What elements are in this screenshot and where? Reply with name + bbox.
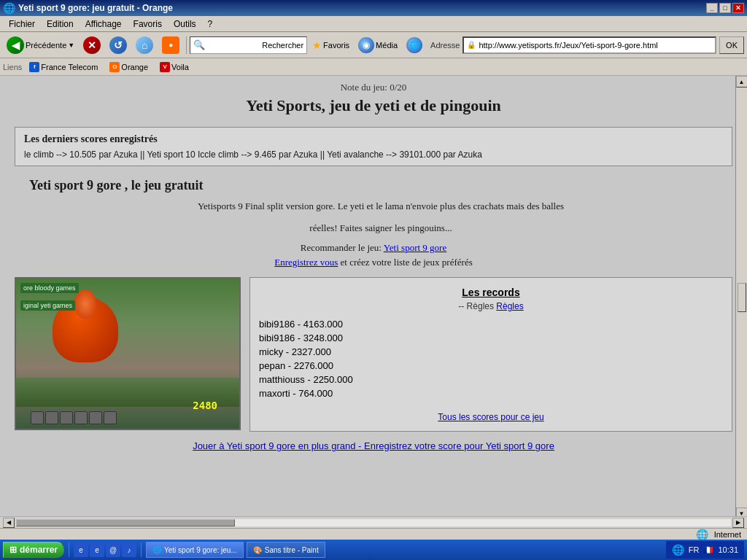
globe-button[interactable]: 🌐 <box>403 35 426 55</box>
game-controls <box>31 411 117 424</box>
horizontal-scrollbar[interactable]: ◀ ▶ <box>0 516 747 528</box>
start-button[interactable]: ⊞ démarrer <box>3 542 64 558</box>
page-note: Note du jeu: 0/20 <box>15 82 732 93</box>
scroll-up-arrow[interactable]: ▲ <box>736 76 748 88</box>
menu-help[interactable]: ? <box>202 18 219 31</box>
quick-launch-sep <box>141 542 142 557</box>
recommend-label: Recommander le jeu: <box>301 242 384 253</box>
menu-favoris[interactable]: Favoris <box>128 18 168 31</box>
address-box[interactable]: 🔒 http://www.yetisports.fr/Jeux/Yeti-spo… <box>462 36 716 54</box>
maximize-button[interactable]: □ <box>719 3 731 13</box>
refresh-button[interactable]: ⌂ <box>132 35 157 55</box>
game-screenshot: ore bloody games iginal yeti games 2480 <box>15 277 241 430</box>
page-content: Note du jeu: 0/20 Yeti Sports, jeu de ye… <box>0 76 747 519</box>
ctrl-btn-6 <box>104 411 117 424</box>
menu-outils[interactable]: Outils <box>168 18 202 31</box>
link-voila[interactable]: V Voila <box>155 61 193 74</box>
game-desc-1: Yetisports 9 Final split version gore. L… <box>29 199 732 214</box>
taskbar-btn-paint[interactable]: 🎨 Sans titre - Paint <box>247 542 325 558</box>
media-quick-icon[interactable]: ♪ <box>122 542 136 557</box>
scrollbar-right[interactable]: ▲ ▼ <box>735 76 747 519</box>
browser-content: Note du jeu: 0/20 Yeti Sports, jeu de ye… <box>0 76 747 519</box>
menu-affichage[interactable]: Affichage <box>80 18 128 31</box>
internet-label: Internet <box>714 530 741 539</box>
menu-bar: Fichier Edition Affichage Favoris Outils… <box>0 16 747 32</box>
record-item-4: pepan - 2276.000 <box>259 359 723 373</box>
link-orange[interactable]: O Orange <box>105 61 152 74</box>
home-button[interactable]: ● <box>158 35 183 55</box>
address-text: http://www.yetisports.fr/Jeux/Yeti-sport… <box>479 41 657 50</box>
ctrl-btn-2 <box>45 411 58 424</box>
title-bar: 🌐 Yeti sport 9 gore: jeu gratuit - Orang… <box>0 0 747 16</box>
forward-button[interactable]: ✕ <box>80 35 104 55</box>
page-title: Yeti Sports, jeu de yeti et de pingouin <box>15 96 732 115</box>
back-dropdown[interactable]: ▼ <box>68 42 74 49</box>
h-scroll-track[interactable] <box>16 519 731 526</box>
network-icon: 🌐 <box>696 529 708 540</box>
records-box: Les records -- Règles Règles bibi9186 - … <box>249 277 732 432</box>
browser-icon: 🌐 <box>3 2 15 14</box>
link-france-telecom[interactable]: f France Telecom <box>25 61 102 74</box>
scroll-left-arrow[interactable]: ◀ <box>3 518 15 528</box>
recommend-link[interactable]: Yeti sport 9 gore <box>384 242 446 253</box>
ok-button[interactable]: OK <box>719 36 744 54</box>
ie-quick-icon[interactable]: e <box>74 542 88 557</box>
back-button[interactable]: ◀ Précédente ▼ <box>3 35 78 55</box>
links-bar: Liens f France Telecom O Orange V Voila <box>0 58 747 76</box>
search-area[interactable]: 🔍 Rechercher <box>190 36 307 54</box>
bottom-link-text[interactable]: Jouer à Yeti sport 9 gore en plus grand … <box>193 440 554 451</box>
taskbar-browser-icon: 🌐 <box>152 546 161 554</box>
star-icon: ★ <box>312 39 322 51</box>
status-bar: 🌐 Internet <box>0 528 747 540</box>
game-label-mid: iginal yeti games <box>20 300 75 311</box>
search-input[interactable] <box>208 41 259 50</box>
menu-edition[interactable]: Edition <box>41 18 80 31</box>
taskbar-paint-icon: 🎨 <box>253 546 262 554</box>
toolbar: ◀ Précédente ▼ ✕ ↺ ⌂ ● 🔍 Rechercher ★ Fa… <box>0 32 747 58</box>
ctrl-btn-4 <box>74 411 88 424</box>
record-item-2: bibi9186 - 3248.000 <box>259 331 723 345</box>
record-item-1: bibi9186 - 4163.000 <box>259 317 723 331</box>
stop-button[interactable]: ↺ <box>106 35 131 55</box>
register-link[interactable]: Enregistrez vous <box>274 257 338 268</box>
menu-fichier[interactable]: Fichier <box>3 18 41 31</box>
game-area: ore bloody games iginal yeti games 2480 … <box>15 277 732 432</box>
address-bar-area: Adresse 🔒 http://www.yetisports.fr/Jeux/… <box>430 36 744 54</box>
all-scores-link[interactable]: Tous les scores pour ce jeu <box>438 412 543 422</box>
records-all: Tous les scores pour ce jeu <box>259 412 723 422</box>
forward-icon: ✕ <box>83 36 101 54</box>
title-bar-text: Yeti sport 9 gore: jeu gratuit - Orange <box>18 3 173 13</box>
ctrl-btn-1 <box>31 411 44 424</box>
taskbar-flag: 🇫🇷 <box>703 545 713 555</box>
record-item-5: matthiouss - 2250.000 <box>259 373 723 386</box>
media-button[interactable]: ◉ Média <box>355 35 401 55</box>
ie2-quick-icon[interactable]: e <box>90 542 104 557</box>
game-section: Yeti sport 9 gore , le jeu gratuit Yetis… <box>15 178 732 235</box>
lock-icon: 🔒 <box>467 41 476 49</box>
windows-icon: ⊞ <box>9 545 17 555</box>
globe-icon: 🌐 <box>406 37 422 53</box>
taskbar-btn-browser[interactable]: 🌐 Yeti sport 9 gore: jeu... <box>146 542 244 558</box>
record-item-6: maxorti - 764.000 <box>259 386 723 400</box>
mail-quick-icon[interactable]: @ <box>106 542 120 557</box>
h-scroll-thumb[interactable] <box>16 519 235 526</box>
france-telecom-icon: f <box>29 62 39 72</box>
favorites-button[interactable]: ★ Favoris <box>309 35 353 55</box>
scroll-right-arrow[interactable]: ▶ <box>732 518 744 528</box>
game-desc-2: réelles! Faites saigner les pingouins... <box>29 221 732 236</box>
address-label: Adresse <box>430 41 460 50</box>
ctrl-btn-3 <box>60 411 73 424</box>
taskbar-right: 🌐 FR 🇫🇷 10:31 <box>666 541 744 559</box>
game-section-title: Yeti sport 9 gore , le jeu gratuit <box>29 178 732 193</box>
scroll-thumb[interactable] <box>738 283 746 312</box>
close-button[interactable]: ✕ <box>732 3 744 13</box>
game-label-top: ore bloody games <box>20 283 79 293</box>
minimize-button[interactable]: _ <box>706 3 718 13</box>
records-title: Les records <box>259 287 723 298</box>
stop-icon: ↺ <box>109 36 127 54</box>
status-right: 🌐 Internet <box>696 529 741 540</box>
search-icon: 🔍 <box>193 39 205 50</box>
regles-link[interactable]: Règles <box>496 301 523 311</box>
network-status-icon: 🌐 <box>672 544 684 556</box>
refresh-icon: ⌂ <box>136 36 153 54</box>
